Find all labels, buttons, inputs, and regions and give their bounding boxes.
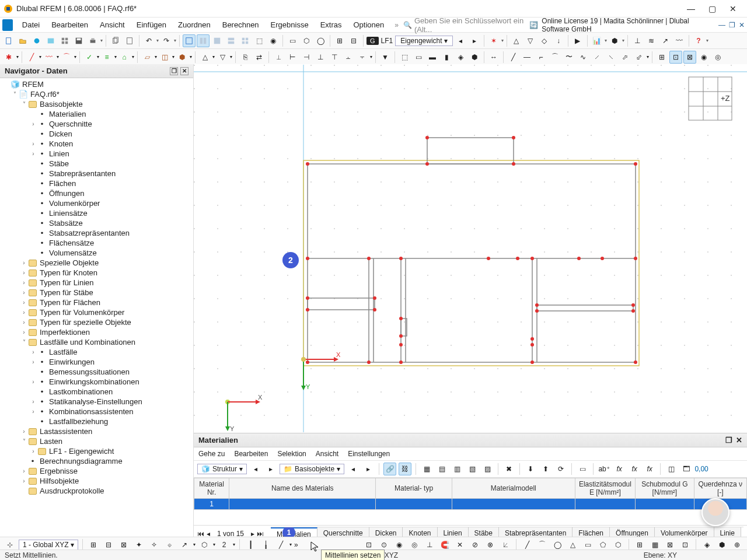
view-mode-6[interactable]: ⬚ — [253, 34, 266, 47]
dim-tool[interactable]: ↔ — [487, 51, 500, 64]
tree-item[interactable]: •Stabrepräsentanten — [0, 169, 193, 178]
open-file-button[interactable] — [16, 34, 29, 47]
undo-button[interactable]: ↶ — [142, 34, 155, 47]
dp-sync[interactable]: ⟳ — [554, 463, 567, 475]
tree-item[interactable]: •Öffnungen — [0, 188, 193, 198]
draw2[interactable]: ― — [521, 51, 533, 64]
new-file-button[interactable] — [2, 34, 15, 47]
dp-fn1[interactable]: ab⁺ — [598, 463, 610, 475]
help-button[interactable]: ? — [692, 34, 705, 47]
search-input[interactable]: Geben Sie ein Schlüsselwort ein (Alt... — [414, 16, 529, 34]
print-button[interactable] — [86, 34, 99, 47]
tree-item[interactable]: ›•Statikanalyse-Einstellungen — [0, 397, 193, 407]
view-3d[interactable]: ⬢ — [468, 51, 481, 64]
tool-select[interactable]: ▭ — [286, 34, 299, 47]
tree-item[interactable]: •Volumenkörper — [0, 198, 193, 208]
dp-category-select[interactable]: 🧊 Struktur ▾ — [197, 464, 247, 474]
arc-tool[interactable]: ⌒ — [60, 51, 73, 64]
hinge-tool[interactable]: ◇ — [538, 34, 551, 47]
tree-item[interactable]: ›•Querschnitte — [0, 119, 193, 129]
menu-ergebnisse[interactable]: Ergebnisse — [265, 18, 315, 32]
tree-item[interactable]: ›Imperfektionen — [0, 327, 193, 337]
dp-table1[interactable]: ▦ — [420, 463, 433, 475]
connect4[interactable]: ⊥ — [314, 51, 327, 64]
dp-menu-goto[interactable]: Gehe zu — [198, 450, 225, 458]
tree-item[interactable]: ›Spezielle Objekte — [0, 258, 193, 268]
loadcase-selector[interactable]: G LF1 Eigengewicht ▾ — [366, 36, 453, 46]
paste-button[interactable] — [123, 34, 136, 47]
draw5[interactable]: 〜 — [563, 51, 575, 64]
dp-table2[interactable]: ▤ — [435, 463, 448, 475]
navigator-close-icon[interactable]: ✕ — [180, 67, 189, 75]
dp-link1[interactable]: 🔗 — [383, 463, 396, 475]
view-front[interactable]: ▭ — [412, 51, 425, 64]
opening-tool[interactable]: ◫ — [158, 51, 171, 64]
run-button[interactable]: ▶ — [571, 34, 584, 47]
tree-item[interactable]: ›Typen für spezielle Objekte — [0, 317, 193, 327]
tree-item[interactable]: •Bemessungssituationen — [0, 367, 193, 377]
view-persp[interactable]: ◈ — [454, 51, 467, 64]
tree-item[interactable]: ›•Kombinationsassistenten — [0, 407, 193, 416]
view-mode-4[interactable] — [225, 34, 238, 47]
display-button[interactable]: ⬢ — [608, 34, 621, 47]
view-iso[interactable]: ⬚ — [398, 51, 411, 64]
support-tool-1[interactable]: △ — [510, 34, 523, 47]
view-mode-3[interactable] — [211, 34, 224, 47]
tree-item[interactable]: •Lastfallbeziehung — [0, 416, 193, 426]
dp-menu-settings[interactable]: Einstellungen — [348, 450, 390, 458]
tree-item[interactable]: •Berechnungsdiagramme — [0, 456, 193, 466]
tree-item[interactable]: ›•Einwirkungskombinationen — [0, 377, 193, 387]
tree-item[interactable]: •Lastkombinationen — [0, 387, 193, 397]
dp-subcat-select[interactable]: 📁 Basisobjekte ▾ — [280, 464, 344, 474]
model-node[interactable]: ✱ — [2, 51, 15, 64]
tree-item[interactable]: ›Typen für Knoten — [0, 268, 193, 278]
draw6[interactable]: ∿ — [577, 51, 589, 64]
dp-layout[interactable]: ◫ — [665, 463, 678, 475]
dp-sub-next[interactable]: ▸ — [362, 463, 375, 475]
line-support[interactable]: ▽ — [216, 51, 229, 64]
dp-export[interactable]: ⬆ — [539, 463, 552, 475]
inner-restore[interactable]: ❐ — [729, 21, 735, 29]
tree-item[interactable]: ˅Basisobjekte — [0, 99, 193, 109]
copy-button[interactable] — [109, 34, 122, 47]
blocks-button[interactable] — [58, 34, 71, 47]
grid-btn[interactable]: ⊞ — [655, 51, 668, 64]
lf-next[interactable]: ▸ — [468, 34, 481, 47]
tree-item[interactable]: ›Typen für Linien — [0, 278, 193, 288]
tool-lasso[interactable]: ⬡ — [300, 34, 313, 47]
line-tool[interactable]: ╱ — [25, 51, 38, 64]
connect3[interactable]: ⊣ — [300, 51, 313, 64]
mirror-geom[interactable]: ⇄ — [253, 51, 266, 64]
tree-item[interactable]: ›Typen für Stäbe — [0, 288, 193, 298]
tree-item[interactable]: ˅Lastfälle und Kombinationen — [0, 337, 193, 347]
model-viewport[interactable]: X Y X Y 2 +Z — [194, 64, 747, 433]
menu-zuordnen[interactable]: Zuordnen — [172, 18, 217, 32]
tree-item[interactable]: •Materialien — [0, 109, 193, 119]
vector-tool[interactable]: ↗ — [659, 34, 672, 47]
snap-button[interactable]: ⊞ — [333, 34, 346, 47]
save-button[interactable] — [72, 34, 85, 47]
draw3[interactable]: ⌐ — [535, 51, 547, 64]
connect2[interactable]: ⊢ — [286, 51, 299, 64]
isosurface-tool[interactable]: ≋ — [645, 34, 658, 47]
connect7[interactable]: ⫟ — [356, 51, 369, 64]
dp-fn4[interactable]: fx — [643, 463, 656, 475]
view-side[interactable]: ▮ — [440, 51, 453, 64]
cs-select[interactable]: 1 - Global XYZ ▾ — [19, 540, 78, 550]
view-mode-1[interactable] — [183, 34, 196, 47]
connect6[interactable]: ⫠ — [342, 51, 355, 64]
tree-item[interactable]: ›•Einwirkungen — [0, 357, 193, 367]
diagram-tool[interactable]: 〰 — [673, 34, 686, 47]
connect5[interactable]: ⊤ — [328, 51, 341, 64]
lf-prev[interactable]: ◂ — [454, 34, 467, 47]
draw8[interactable]: ⟍ — [605, 51, 617, 64]
section-tool[interactable]: ⊥ — [631, 34, 644, 47]
navigator-tree[interactable]: 🧊RFEM ˅📄FAQ.rf6* ˅Basisobjekte•Materiali… — [0, 78, 193, 537]
truss-tool[interactable]: ⌂ — [118, 51, 131, 64]
dp-menu-view[interactable]: Ansicht — [316, 450, 338, 458]
tree-item[interactable]: ›•Linien — [0, 149, 193, 159]
view-cube[interactable]: +Z — [687, 76, 733, 121]
menu-optionen[interactable]: Optionen — [348, 18, 390, 32]
tree-item[interactable]: ›Lastassistenten — [0, 426, 193, 436]
tree-item[interactable]: ›Typen für Flächen — [0, 298, 193, 307]
